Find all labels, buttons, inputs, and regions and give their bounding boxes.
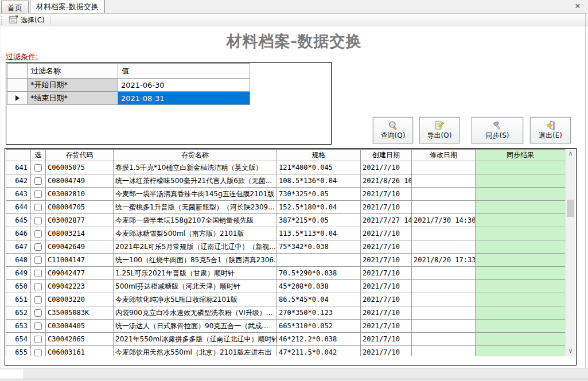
cell-specification[interactable] (277, 254, 361, 267)
header-select[interactable]: 选 (31, 150, 46, 161)
vertical-scrollbar[interactable]: ∧ ∨ (565, 149, 575, 356)
cell-sync-result[interactable] (476, 227, 566, 240)
cell-inventory-code[interactable]: C08004749 (46, 174, 114, 188)
cell-created-date[interactable]: 2021/7/10 (361, 227, 412, 240)
cell-specification[interactable]: 86.5*45*0.04 (277, 293, 361, 306)
tab-material-data-exchange[interactable]: 材料档案-数据交换 (30, 0, 105, 13)
cell-created-date[interactable]: 2021/7/10 (361, 346, 412, 357)
row-select-checkbox[interactable] (34, 243, 42, 251)
cell-sync-result[interactable] (476, 280, 566, 293)
tab-home[interactable]: 首页 (1, 1, 29, 13)
row-select-checkbox[interactable] (34, 283, 42, 290)
cell-modified-date[interactable] (412, 240, 476, 254)
cell-specification[interactable]: 75*342*0.038 (277, 240, 361, 254)
cell-inventory-code[interactable]: C03002810 (46, 188, 114, 201)
row-select-checkbox[interactable] (34, 164, 42, 172)
header-inventory-code[interactable]: 存货代码 (46, 150, 114, 161)
scroll-up-icon[interactable]: ∧ (566, 149, 575, 159)
cell-inventory-code[interactable]: C08003214 (46, 227, 114, 240)
filter-name-end-date[interactable]: *结束日期* (28, 92, 118, 105)
row-select-checkbox[interactable] (34, 190, 42, 198)
cell-inventory-code[interactable]: C03002877 (46, 214, 114, 227)
cell-inventory-name[interactable]: 1.25L可乐2021年普版（甘肃）顺时针 (114, 267, 277, 280)
cell-inventory-code[interactable]: C09042477 (46, 267, 114, 280)
cell-created-date[interactable]: 2021/7/10 (361, 254, 412, 267)
row-number[interactable]: 645 (6, 214, 31, 227)
header-modified-date[interactable]: 修改日期 (412, 150, 476, 161)
row-select-checkbox[interactable] (34, 322, 42, 330)
row-number[interactable]: 649 (6, 267, 31, 280)
row-select-checkbox[interactable] (34, 296, 42, 304)
scroll-down-icon[interactable]: ∨ (566, 347, 575, 356)
header-inventory-name[interactable]: 存货名称 (114, 150, 277, 161)
cell-inventory-code[interactable]: C30042065 (46, 333, 114, 346)
cell-created-date[interactable]: 2021/7/10 (361, 280, 412, 293)
sync-button[interactable]: 同步(S) (472, 117, 523, 143)
filter-row-header-current[interactable] (7, 92, 28, 105)
cell-inventory-code[interactable]: C35005083K (46, 306, 114, 320)
cell-modified-date[interactable] (412, 201, 476, 214)
cell-inventory-name[interactable]: 今麦郎饮用天然水550ml（北京）2101版左进右出 (114, 346, 277, 357)
row-select-checkbox[interactable] (34, 256, 42, 264)
cell-specification[interactable]: 270*350*0.123 (277, 306, 361, 320)
row-number[interactable]: 641 (6, 161, 31, 174)
cell-inventory-name[interactable]: 卷膜1.5千克*10桶立白新金桔洗洁精（英文版） (114, 161, 277, 174)
row-number[interactable]: 648 (6, 254, 31, 267)
cell-created-date[interactable]: 2021/7/10 (361, 188, 412, 201)
cell-created-date[interactable]: 2021/7/10 (361, 333, 412, 346)
cell-sync-result[interactable] (476, 161, 566, 174)
cell-sync-result[interactable] (476, 333, 566, 346)
cell-sync-result[interactable] (476, 306, 566, 320)
row-select-checkbox[interactable] (34, 349, 42, 356)
filter-value-start-date[interactable]: 2021-06-30 (118, 79, 250, 92)
cell-sync-result[interactable] (476, 214, 566, 227)
cell-specification[interactable]: 152.5*180*0.04 (277, 201, 361, 214)
cell-inventory-name[interactable]: 统一冰红茶柠檬味500毫升21代言人版6款（无菌... (114, 174, 277, 188)
cell-inventory-name[interactable]: 统一汤达人（日式豚骨拉面）90克五合一（武成... (114, 320, 277, 333)
cell-inventory-name[interactable]: 500ml芬达橙减糖版（河北天津）顺时针 (114, 280, 277, 293)
cell-created-date[interactable]: 2021/8/26 10:44 (361, 174, 412, 188)
cell-sync-result[interactable] (476, 254, 566, 267)
row-number[interactable]: 643 (6, 188, 31, 201)
cell-modified-date[interactable] (412, 333, 476, 346)
cell-inventory-name[interactable]: 今麦郎一袋半汤清真香辣牛肉145g五连包膜2101版 (114, 188, 277, 201)
row-select-checkbox[interactable] (34, 230, 42, 238)
cell-sync-result[interactable] (476, 174, 566, 188)
cell-inventory-name[interactable]: 今麦郎软化纯净水5L瓶口收缩标2101版 (114, 293, 277, 306)
close-icon[interactable]: ✕ (573, 2, 582, 11)
row-number[interactable]: 653 (6, 320, 31, 333)
cell-inventory-name[interactable]: 统一蜜桃多1升普版（无菌新瓶型）（河长陕2309... (114, 201, 277, 214)
row-number[interactable]: 654 (6, 333, 31, 346)
filter-name-start-date[interactable]: *开始日期* (28, 79, 118, 92)
cell-inventory-name[interactable]: 今麦郎一袋半老坛158g2107全国销量领先版 (114, 214, 277, 227)
row-select-checkbox[interactable] (34, 217, 42, 224)
cell-modified-date[interactable] (412, 306, 476, 320)
header-sync-result[interactable]: 同步结果 (476, 150, 566, 161)
cell-modified-date[interactable] (412, 227, 476, 240)
cell-specification[interactable]: 46*212.2*0.038 (277, 333, 361, 346)
cell-sync-result[interactable] (476, 320, 566, 333)
cell-sync-result[interactable] (476, 188, 566, 201)
row-number[interactable]: 652 (6, 306, 31, 320)
cell-specification[interactable]: 121*400*0.045 (277, 161, 361, 174)
cell-modified-date[interactable] (412, 188, 476, 201)
cell-modified-date[interactable] (412, 174, 476, 188)
cell-inventory-name[interactable]: 今麦郎冰糖雪梨500ml（南方版）2101版 (114, 227, 277, 240)
cell-created-date[interactable]: 2021/7/10 (361, 240, 412, 254)
row-select-checkbox[interactable] (34, 270, 42, 277)
row-number[interactable]: 647 (6, 240, 31, 254)
export-button[interactable]: 导出(O) (419, 117, 460, 143)
row-select-checkbox[interactable] (34, 177, 42, 185)
cell-modified-date[interactable] (412, 293, 476, 306)
row-select-checkbox[interactable] (34, 204, 42, 211)
cell-inventory-code[interactable]: C06005075 (46, 161, 114, 174)
cell-modified-date[interactable] (412, 267, 476, 280)
cell-specification[interactable]: 730*325*0.05 (277, 188, 361, 201)
row-select-checkbox[interactable] (34, 336, 42, 343)
filter-row-header[interactable] (7, 79, 28, 92)
cell-sync-result[interactable] (476, 346, 566, 357)
cell-inventory-code[interactable]: C09042649 (46, 240, 114, 254)
cell-created-date[interactable]: 2021/7/10 (361, 267, 412, 280)
cell-modified-date[interactable]: 2021/7/30 14:30 (412, 214, 476, 227)
row-number[interactable]: 644 (6, 201, 31, 214)
